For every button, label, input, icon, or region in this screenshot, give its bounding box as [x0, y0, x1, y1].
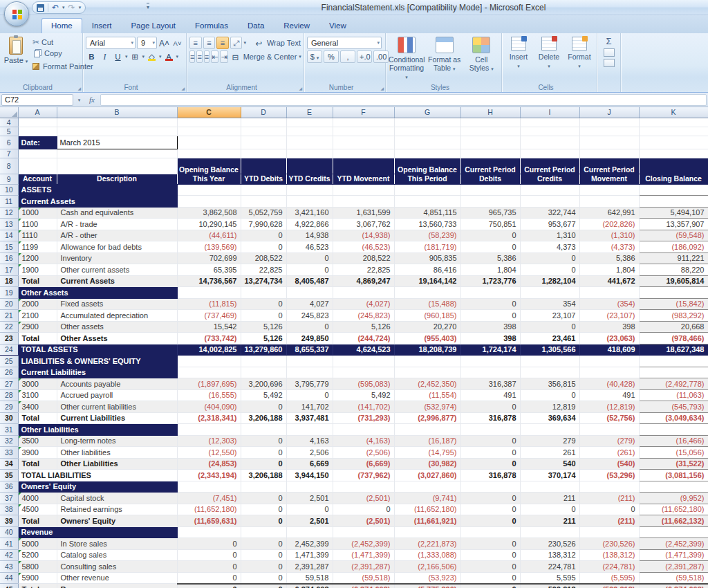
delete-cells-button[interactable]: Delete▾ [535, 37, 563, 82]
align-center-button[interactable]: ≡ [196, 50, 202, 63]
description-cell[interactable]: Current Assets [57, 275, 177, 287]
copy-button[interactable]: Copy [30, 48, 64, 58]
description-cell[interactable]: Other liabilities [57, 447, 177, 459]
account-cell[interactable]: 2100 [18, 310, 57, 322]
row-header-23[interactable]: 23 [0, 333, 18, 344]
description-cell[interactable]: Other current liabilities [57, 401, 177, 413]
section-band[interactable]: LIABILITIES & OWNERS' EQUITY [18, 356, 177, 367]
description-cell[interactable]: Allowance for bad debts [57, 241, 177, 253]
account-cell[interactable]: 2900 [18, 321, 57, 333]
tab-data[interactable]: Data [238, 18, 274, 33]
account-cell[interactable]: 1200 [18, 252, 57, 264]
row-header-6[interactable]: 6 [0, 136, 18, 149]
undo-icon[interactable]: ↶ [52, 4, 59, 11]
office-button[interactable] [4, 1, 29, 26]
paste-button[interactable]: Paste ▾ [3, 37, 29, 64]
account-cell[interactable]: Total [18, 515, 57, 527]
description-cell[interactable]: Retained earnings [57, 504, 177, 515]
tab-view[interactable]: View [319, 18, 356, 33]
number-format-combo[interactable]: General▾ [307, 37, 382, 49]
row-header-15[interactable]: 15 [0, 241, 18, 253]
fill-color-button[interactable]: ◇ [146, 50, 158, 62]
tab-review[interactable]: Review [274, 18, 319, 33]
column-header-K[interactable]: K [639, 107, 708, 118]
bold-button[interactable]: B [86, 50, 97, 62]
decrease-indent-button[interactable]: ⇤ [211, 50, 218, 63]
insert-cells-button[interactable]: Insert▾ [505, 37, 532, 82]
name-box[interactable]: C72 [1, 94, 73, 106]
grow-font-button[interactable]: A˄ [158, 37, 170, 49]
cut-button[interactable]: ✂Cut [30, 37, 55, 48]
font-color-button[interactable]: A [163, 50, 175, 62]
merge-center-button[interactable]: ⊟Merge & Center ▾ [230, 51, 301, 63]
row-header-27[interactable]: 27 [0, 378, 18, 390]
column-header-A[interactable]: A [18, 107, 57, 118]
description-cell[interactable]: Fixed assets [57, 298, 177, 310]
fill-button[interactable] [604, 48, 615, 57]
column-header-J[interactable]: J [579, 107, 639, 118]
row-header-14[interactable]: 14 [0, 230, 18, 241]
account-cell[interactable]: 3100 [18, 389, 57, 401]
row-header-24[interactable]: 24 [0, 344, 18, 356]
account-cell[interactable]: 1199 [18, 241, 57, 253]
number-dialog-launcher-icon[interactable]: ◢ [380, 86, 384, 91]
row-header-34[interactable]: 34 [0, 458, 18, 470]
conditional-formatting-button[interactable]: Conditional Formatting ▾ [389, 37, 425, 82]
clipboard-dialog-launcher-icon[interactable]: ◢ [77, 86, 81, 91]
account-cell[interactable]: 5000 [18, 538, 57, 550]
borders-button[interactable]: ⊞ [129, 50, 141, 62]
account-cell[interactable]: Total [18, 584, 57, 588]
font-size-combo[interactable]: 9▾ [137, 37, 157, 49]
save-icon[interactable] [37, 4, 44, 12]
section-band[interactable]: Owners' Equity [18, 481, 177, 493]
accounting-format-button[interactable]: $ ▾ [307, 50, 322, 63]
column-header-G[interactable]: G [394, 107, 460, 118]
row-header-31[interactable]: 31 [0, 424, 18, 436]
account-cell[interactable]: Total [18, 275, 57, 287]
row-header-39[interactable]: 39 [0, 515, 18, 527]
description-cell[interactable]: Accumulated depreciation [57, 310, 177, 322]
account-cell[interactable]: 3400 [18, 401, 57, 413]
account-cell[interactable]: 3500 [18, 435, 57, 447]
row-header-10[interactable]: 10 [0, 184, 18, 196]
name-box-dropdown-icon[interactable]: ▾ [75, 94, 84, 106]
row-header-42[interactable]: 42 [0, 549, 18, 561]
account-cell[interactable]: 4000 [18, 493, 57, 504]
grand-total-label[interactable]: TOTAL ASSETS [18, 344, 177, 356]
section-band[interactable]: Current Assets [18, 196, 177, 208]
underline-button[interactable]: U [112, 50, 124, 62]
description-cell[interactable]: Long-term notes [57, 435, 177, 447]
description-cell[interactable]: Other assets [57, 321, 177, 333]
tab-home[interactable]: Home [41, 18, 82, 33]
comma-style-button[interactable]: , [340, 50, 355, 63]
middle-align-button[interactable]: ≡ [203, 37, 216, 49]
row-header-36[interactable]: 36 [0, 481, 18, 493]
cell-styles-button[interactable]: Cell Styles ▾ [465, 37, 499, 82]
section-band[interactable]: Current Liabilities [18, 367, 177, 378]
row-header-28[interactable]: 28 [0, 389, 18, 401]
row-header-21[interactable]: 21 [0, 310, 18, 322]
select-all-button[interactable] [0, 107, 18, 118]
column-header-B[interactable]: B [57, 107, 177, 118]
description-cell[interactable]: Consulting sales [57, 561, 177, 573]
account-cell[interactable]: 3000 [18, 378, 57, 390]
row-header-9[interactable]: 9 [0, 174, 18, 184]
autosum-button[interactable]: Σ [600, 36, 617, 46]
row-header-22[interactable]: 22 [0, 321, 18, 333]
wrap-text-button[interactable]: ↩Wrap Text [253, 37, 301, 49]
account-cell[interactable]: 5200 [18, 549, 57, 561]
column-header-C[interactable]: C [177, 107, 241, 118]
row-header-30[interactable]: 30 [0, 412, 18, 424]
row-header-8[interactable]: 8 [0, 158, 18, 174]
description-cell[interactable]: Revenue [57, 584, 177, 588]
insert-function-icon[interactable]: fx [85, 95, 99, 104]
big-total-label[interactable]: TOTAL LIABILITIES [18, 470, 177, 481]
section-band[interactable]: Revenue [18, 526, 177, 538]
shrink-font-button[interactable]: A˅ [171, 37, 183, 49]
row-header-16[interactable]: 16 [0, 252, 18, 264]
redo-dropdown-icon[interactable]: ▾ [79, 5, 82, 10]
description-cell[interactable]: In Store sales [57, 538, 177, 550]
row-header-41[interactable]: 41 [0, 538, 18, 550]
account-cell[interactable]: 1100 [18, 219, 57, 230]
column-header-H[interactable]: H [460, 107, 520, 118]
